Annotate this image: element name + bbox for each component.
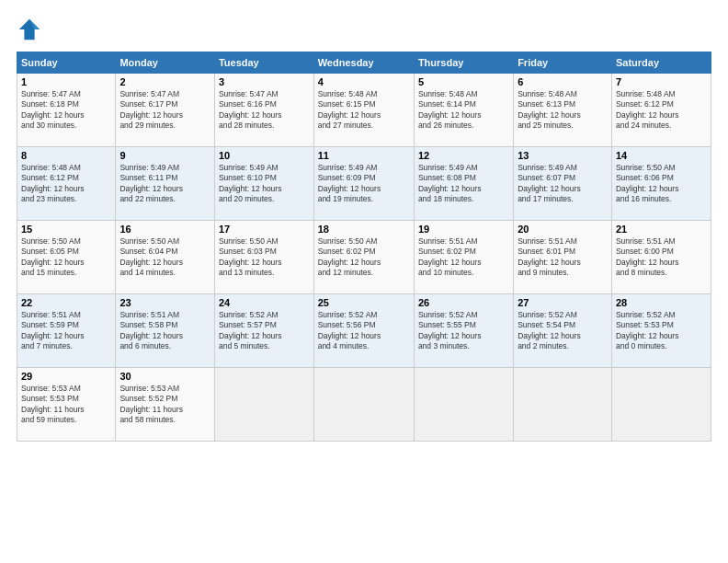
calendar-cell: 4Sunrise: 5:48 AM Sunset: 6:15 PM Daylig… xyxy=(313,74,414,147)
day-number: 8 xyxy=(21,150,111,161)
day-number: 19 xyxy=(418,224,509,235)
cell-info: Sunrise: 5:48 AM Sunset: 6:12 PM Dayligh… xyxy=(616,89,707,132)
day-number: 24 xyxy=(219,297,310,308)
calendar-cell: 23Sunrise: 5:51 AM Sunset: 5:58 PM Dayli… xyxy=(116,294,215,368)
col-header-friday: Friday xyxy=(514,52,612,74)
calendar-cell: 15Sunrise: 5:50 AM Sunset: 6:05 PM Dayli… xyxy=(17,221,116,294)
cell-info: Sunrise: 5:49 AM Sunset: 6:09 PM Dayligh… xyxy=(318,163,410,205)
calendar-cell: 26Sunrise: 5:52 AM Sunset: 5:55 PM Dayli… xyxy=(414,294,513,368)
cell-info: Sunrise: 5:50 AM Sunset: 6:04 PM Dayligh… xyxy=(119,236,210,279)
cell-info: Sunrise: 5:52 AM Sunset: 5:56 PM Dayligh… xyxy=(318,310,410,352)
cell-info: Sunrise: 5:47 AM Sunset: 6:17 PM Dayligh… xyxy=(119,89,210,132)
calendar-cell: 11Sunrise: 5:49 AM Sunset: 6:09 PM Dayli… xyxy=(313,147,414,221)
day-number: 13 xyxy=(518,150,608,161)
cell-info: Sunrise: 5:49 AM Sunset: 6:07 PM Dayligh… xyxy=(518,163,608,205)
day-number: 11 xyxy=(318,150,410,161)
cell-info: Sunrise: 5:50 AM Sunset: 6:06 PM Dayligh… xyxy=(616,163,707,205)
col-header-tuesday: Tuesday xyxy=(214,52,313,74)
calendar-cell: 5Sunrise: 5:48 AM Sunset: 6:14 PM Daylig… xyxy=(414,74,513,147)
cell-info: Sunrise: 5:47 AM Sunset: 6:18 PM Dayligh… xyxy=(21,89,111,132)
calendar-table: SundayMondayTuesdayWednesdayThursdayFrid… xyxy=(17,52,711,442)
week-row-3: 15Sunrise: 5:50 AM Sunset: 6:05 PM Dayli… xyxy=(17,221,711,294)
day-number: 3 xyxy=(219,76,310,87)
calendar-cell: 30Sunrise: 5:53 AM Sunset: 5:52 PM Dayli… xyxy=(116,368,215,442)
cell-info: Sunrise: 5:52 AM Sunset: 5:53 PM Dayligh… xyxy=(616,310,707,352)
calendar-cell: 29Sunrise: 5:53 AM Sunset: 5:53 PM Dayli… xyxy=(17,368,116,442)
logo-icon xyxy=(17,17,42,42)
calendar-cell xyxy=(414,368,513,442)
calendar-cell: 17Sunrise: 5:50 AM Sunset: 6:03 PM Dayli… xyxy=(214,221,313,294)
cell-info: Sunrise: 5:50 AM Sunset: 6:03 PM Dayligh… xyxy=(219,236,310,279)
calendar-cell: 1Sunrise: 5:47 AM Sunset: 6:18 PM Daylig… xyxy=(17,74,116,147)
day-number: 27 xyxy=(518,297,608,308)
day-number: 28 xyxy=(616,297,707,308)
day-number: 21 xyxy=(616,224,707,235)
day-number: 16 xyxy=(119,224,210,235)
calendar-cell: 28Sunrise: 5:52 AM Sunset: 5:53 PM Dayli… xyxy=(611,294,711,368)
day-number: 17 xyxy=(219,224,310,235)
cell-info: Sunrise: 5:53 AM Sunset: 5:52 PM Dayligh… xyxy=(119,384,210,426)
calendar-cell xyxy=(611,368,711,442)
day-number: 18 xyxy=(318,224,410,235)
calendar-cell: 24Sunrise: 5:52 AM Sunset: 5:57 PM Dayli… xyxy=(214,294,313,368)
day-number: 5 xyxy=(418,76,509,87)
cell-info: Sunrise: 5:52 AM Sunset: 5:54 PM Dayligh… xyxy=(518,310,608,352)
calendar-cell: 18Sunrise: 5:50 AM Sunset: 6:02 PM Dayli… xyxy=(313,221,414,294)
day-number: 4 xyxy=(318,76,410,87)
cell-info: Sunrise: 5:49 AM Sunset: 6:11 PM Dayligh… xyxy=(119,163,210,205)
day-number: 1 xyxy=(21,76,111,87)
cell-info: Sunrise: 5:47 AM Sunset: 6:16 PM Dayligh… xyxy=(219,89,310,132)
cell-info: Sunrise: 5:48 AM Sunset: 6:15 PM Dayligh… xyxy=(318,89,410,132)
day-number: 25 xyxy=(318,297,410,308)
calendar-cell: 20Sunrise: 5:51 AM Sunset: 6:01 PM Dayli… xyxy=(514,221,612,294)
cell-info: Sunrise: 5:51 AM Sunset: 6:00 PM Dayligh… xyxy=(616,236,707,279)
cell-info: Sunrise: 5:51 AM Sunset: 6:02 PM Dayligh… xyxy=(418,236,509,279)
week-row-1: 1Sunrise: 5:47 AM Sunset: 6:18 PM Daylig… xyxy=(17,74,711,147)
day-number: 7 xyxy=(616,76,707,87)
cell-info: Sunrise: 5:48 AM Sunset: 6:13 PM Dayligh… xyxy=(518,89,608,132)
cell-info: Sunrise: 5:51 AM Sunset: 6:01 PM Dayligh… xyxy=(518,236,608,279)
week-row-5: 29Sunrise: 5:53 AM Sunset: 5:53 PM Dayli… xyxy=(17,368,711,442)
logo xyxy=(17,17,46,42)
col-header-sunday: Sunday xyxy=(17,52,116,74)
cell-info: Sunrise: 5:52 AM Sunset: 5:57 PM Dayligh… xyxy=(219,310,310,352)
calendar-cell: 8Sunrise: 5:48 AM Sunset: 6:12 PM Daylig… xyxy=(17,147,116,221)
cell-info: Sunrise: 5:52 AM Sunset: 5:55 PM Dayligh… xyxy=(418,310,509,352)
day-number: 14 xyxy=(616,150,707,161)
col-header-thursday: Thursday xyxy=(414,52,513,74)
cell-info: Sunrise: 5:50 AM Sunset: 6:05 PM Dayligh… xyxy=(21,236,111,279)
cell-info: Sunrise: 5:50 AM Sunset: 6:02 PM Dayligh… xyxy=(318,236,410,279)
day-number: 9 xyxy=(119,150,210,161)
calendar-cell: 9Sunrise: 5:49 AM Sunset: 6:11 PM Daylig… xyxy=(116,147,215,221)
col-header-saturday: Saturday xyxy=(611,52,711,74)
day-number: 20 xyxy=(518,224,608,235)
header xyxy=(17,17,711,42)
day-number: 15 xyxy=(21,224,111,235)
cell-info: Sunrise: 5:48 AM Sunset: 6:14 PM Dayligh… xyxy=(418,89,509,132)
calendar-cell: 19Sunrise: 5:51 AM Sunset: 6:02 PM Dayli… xyxy=(414,221,513,294)
calendar-cell: 14Sunrise: 5:50 AM Sunset: 6:06 PM Dayli… xyxy=(611,147,711,221)
calendar-cell: 7Sunrise: 5:48 AM Sunset: 6:12 PM Daylig… xyxy=(611,74,711,147)
calendar-cell: 6Sunrise: 5:48 AM Sunset: 6:13 PM Daylig… xyxy=(514,74,612,147)
calendar-cell: 12Sunrise: 5:49 AM Sunset: 6:08 PM Dayli… xyxy=(414,147,513,221)
page: SundayMondayTuesdayWednesdayThursdayFrid… xyxy=(0,0,728,563)
day-number: 6 xyxy=(518,76,608,87)
day-number: 10 xyxy=(219,150,310,161)
calendar-cell: 25Sunrise: 5:52 AM Sunset: 5:56 PM Dayli… xyxy=(313,294,414,368)
calendar-cell: 13Sunrise: 5:49 AM Sunset: 6:07 PM Dayli… xyxy=(514,147,612,221)
col-header-monday: Monday xyxy=(116,52,215,74)
week-row-2: 8Sunrise: 5:48 AM Sunset: 6:12 PM Daylig… xyxy=(17,147,711,221)
header-row: SundayMondayTuesdayWednesdayThursdayFrid… xyxy=(17,52,711,74)
week-row-4: 22Sunrise: 5:51 AM Sunset: 5:59 PM Dayli… xyxy=(17,294,711,368)
col-header-wednesday: Wednesday xyxy=(313,52,414,74)
cell-info: Sunrise: 5:49 AM Sunset: 6:10 PM Dayligh… xyxy=(219,163,310,205)
calendar-cell: 22Sunrise: 5:51 AM Sunset: 5:59 PM Dayli… xyxy=(17,294,116,368)
day-number: 30 xyxy=(119,371,210,382)
calendar-cell: 27Sunrise: 5:52 AM Sunset: 5:54 PM Dayli… xyxy=(514,294,612,368)
cell-info: Sunrise: 5:49 AM Sunset: 6:08 PM Dayligh… xyxy=(418,163,509,205)
day-number: 12 xyxy=(418,150,509,161)
cell-info: Sunrise: 5:48 AM Sunset: 6:12 PM Dayligh… xyxy=(21,163,111,205)
calendar-cell: 2Sunrise: 5:47 AM Sunset: 6:17 PM Daylig… xyxy=(116,74,215,147)
day-number: 2 xyxy=(119,76,210,87)
cell-info: Sunrise: 5:51 AM Sunset: 5:59 PM Dayligh… xyxy=(21,310,111,352)
